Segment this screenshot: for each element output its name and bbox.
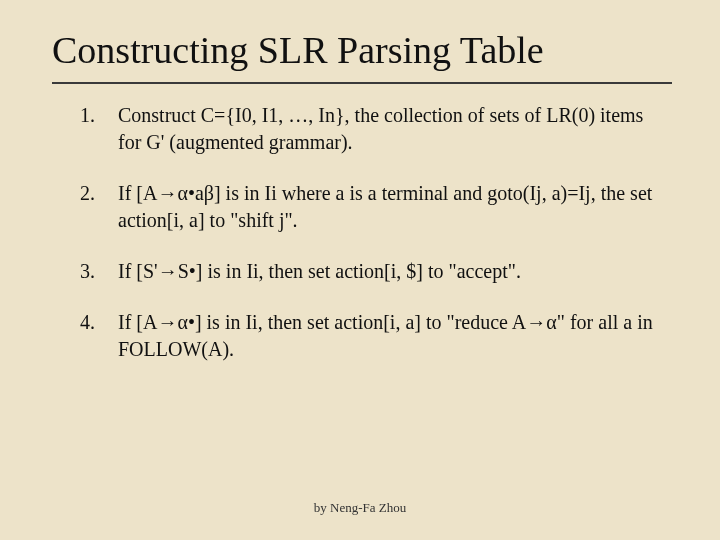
list-item: 4. If [A→α•] is in Ii, then set action[i… (80, 309, 666, 363)
list-item: 3. If [S'→S•] is in Ii, then set action[… (80, 258, 666, 285)
item-text: If [S'→S•] is in Ii, then set action[i, … (118, 258, 666, 285)
item-text: Construct C={I0, I1, …, In}, the collect… (118, 102, 666, 156)
list-item: 1. Construct C={I0, I1, …, In}, the coll… (80, 102, 666, 156)
item-number: 4. (80, 309, 118, 336)
item-text: If [A→α•aβ] is in Ii where a is a termin… (118, 180, 666, 234)
item-number: 3. (80, 258, 118, 285)
item-number: 2. (80, 180, 118, 207)
item-number: 1. (80, 102, 118, 129)
slide: Constructing SLR Parsing Table 1. Constr… (0, 0, 720, 540)
item-text: If [A→α•] is in Ii, then set action[i, a… (118, 309, 666, 363)
list-item: 2. If [A→α•aβ] is in Ii where a is a ter… (80, 180, 666, 234)
slide-title: Constructing SLR Parsing Table (0, 0, 720, 82)
numbered-list: 1. Construct C={I0, I1, …, In}, the coll… (0, 84, 720, 363)
slide-footer: by Neng-Fa Zhou (0, 500, 720, 516)
